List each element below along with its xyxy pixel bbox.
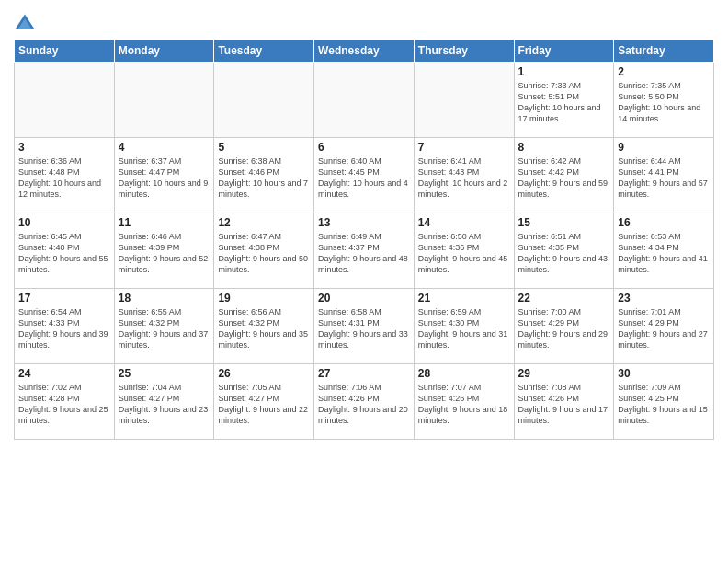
day-number: 18 bbox=[119, 292, 210, 304]
day-number: 20 bbox=[318, 292, 410, 304]
day-number: 1 bbox=[518, 65, 610, 78]
day-info: Sunrise: 6:51 AM Sunset: 4:35 PM Dayligh… bbox=[518, 231, 610, 276]
day-cell bbox=[414, 63, 514, 138]
day-info: Sunrise: 7:01 AM Sunset: 4:29 PM Dayligh… bbox=[618, 306, 710, 351]
day-number: 25 bbox=[119, 367, 210, 380]
day-cell: 16Sunrise: 6:53 AM Sunset: 4:34 PM Dayli… bbox=[614, 213, 714, 289]
day-info: Sunrise: 6:50 AM Sunset: 4:36 PM Dayligh… bbox=[418, 231, 510, 276]
day-info: Sunrise: 6:47 AM Sunset: 4:38 PM Dayligh… bbox=[218, 231, 310, 276]
day-cell: 25Sunrise: 7:04 AM Sunset: 4:27 PM Dayli… bbox=[114, 364, 214, 440]
day-cell bbox=[15, 63, 115, 138]
day-cell: 9Sunrise: 6:44 AM Sunset: 4:41 PM Daylig… bbox=[614, 138, 714, 213]
week-row-2: 3Sunrise: 6:36 AM Sunset: 4:48 PM Daylig… bbox=[15, 138, 714, 213]
day-cell: 14Sunrise: 6:50 AM Sunset: 4:36 PM Dayli… bbox=[414, 213, 514, 289]
col-header-wednesday: Wednesday bbox=[314, 40, 415, 63]
day-number: 7 bbox=[418, 141, 510, 154]
day-number: 21 bbox=[418, 292, 510, 304]
week-row-3: 10Sunrise: 6:45 AM Sunset: 4:40 PM Dayli… bbox=[15, 213, 714, 289]
day-info: Sunrise: 7:35 AM Sunset: 5:50 PM Dayligh… bbox=[618, 80, 710, 125]
day-cell: 3Sunrise: 6:36 AM Sunset: 4:48 PM Daylig… bbox=[15, 138, 115, 213]
day-cell bbox=[314, 63, 415, 138]
day-number: 29 bbox=[518, 367, 610, 380]
day-info: Sunrise: 6:46 AM Sunset: 4:39 PM Dayligh… bbox=[119, 231, 210, 276]
day-cell: 11Sunrise: 6:46 AM Sunset: 4:39 PM Dayli… bbox=[114, 213, 214, 289]
day-cell: 4Sunrise: 6:37 AM Sunset: 4:47 PM Daylig… bbox=[114, 138, 214, 213]
day-cell: 23Sunrise: 7:01 AM Sunset: 4:29 PM Dayli… bbox=[614, 289, 714, 364]
day-number: 6 bbox=[318, 141, 410, 154]
day-info: Sunrise: 7:33 AM Sunset: 5:51 PM Dayligh… bbox=[518, 80, 610, 125]
day-cell: 17Sunrise: 6:54 AM Sunset: 4:33 PM Dayli… bbox=[15, 289, 115, 364]
day-cell bbox=[214, 63, 314, 138]
day-number: 23 bbox=[618, 292, 710, 304]
day-info: Sunrise: 6:42 AM Sunset: 4:42 PM Dayligh… bbox=[518, 155, 610, 201]
day-number: 19 bbox=[218, 292, 310, 304]
day-number: 11 bbox=[119, 216, 210, 229]
day-cell: 1Sunrise: 7:33 AM Sunset: 5:51 PM Daylig… bbox=[514, 63, 614, 138]
day-info: Sunrise: 7:00 AM Sunset: 4:29 PM Dayligh… bbox=[518, 306, 610, 351]
day-number: 28 bbox=[418, 367, 510, 380]
logo-icon bbox=[14, 13, 36, 35]
day-cell: 7Sunrise: 6:41 AM Sunset: 4:43 PM Daylig… bbox=[414, 138, 514, 213]
col-header-tuesday: Tuesday bbox=[214, 40, 314, 63]
header-row: SundayMondayTuesdayWednesdayThursdayFrid… bbox=[15, 40, 714, 63]
day-info: Sunrise: 6:49 AM Sunset: 4:37 PM Dayligh… bbox=[318, 231, 410, 276]
day-cell: 13Sunrise: 6:49 AM Sunset: 4:37 PM Dayli… bbox=[314, 213, 415, 289]
day-info: Sunrise: 7:06 AM Sunset: 4:26 PM Dayligh… bbox=[318, 382, 410, 427]
day-info: Sunrise: 6:56 AM Sunset: 4:32 PM Dayligh… bbox=[218, 306, 310, 351]
day-info: Sunrise: 6:40 AM Sunset: 4:45 PM Dayligh… bbox=[318, 155, 410, 201]
day-cell: 5Sunrise: 6:38 AM Sunset: 4:46 PM Daylig… bbox=[214, 138, 314, 213]
day-number: 10 bbox=[18, 216, 110, 229]
day-info: Sunrise: 6:36 AM Sunset: 4:48 PM Dayligh… bbox=[18, 155, 110, 201]
day-cell: 8Sunrise: 6:42 AM Sunset: 4:42 PM Daylig… bbox=[514, 138, 614, 213]
day-cell: 29Sunrise: 7:08 AM Sunset: 4:26 PM Dayli… bbox=[514, 364, 614, 440]
day-info: Sunrise: 7:02 AM Sunset: 4:28 PM Dayligh… bbox=[18, 382, 110, 427]
day-info: Sunrise: 7:07 AM Sunset: 4:26 PM Dayligh… bbox=[418, 382, 510, 427]
day-number: 13 bbox=[318, 216, 410, 229]
day-number: 24 bbox=[18, 367, 110, 380]
day-number: 15 bbox=[518, 216, 610, 229]
day-info: Sunrise: 6:54 AM Sunset: 4:33 PM Dayligh… bbox=[18, 306, 110, 351]
day-number: 14 bbox=[418, 216, 510, 229]
day-cell: 15Sunrise: 6:51 AM Sunset: 4:35 PM Dayli… bbox=[514, 213, 614, 289]
day-cell: 2Sunrise: 7:35 AM Sunset: 5:50 PM Daylig… bbox=[614, 63, 714, 138]
page-container: SundayMondayTuesdayWednesdayThursdayFrid… bbox=[0, 0, 728, 444]
day-cell: 21Sunrise: 6:59 AM Sunset: 4:30 PM Dayli… bbox=[414, 289, 514, 364]
day-info: Sunrise: 6:37 AM Sunset: 4:47 PM Dayligh… bbox=[119, 155, 210, 201]
day-cell: 19Sunrise: 6:56 AM Sunset: 4:32 PM Dayli… bbox=[214, 289, 314, 364]
day-info: Sunrise: 6:58 AM Sunset: 4:31 PM Dayligh… bbox=[318, 306, 410, 351]
week-row-4: 17Sunrise: 6:54 AM Sunset: 4:33 PM Dayli… bbox=[15, 289, 714, 364]
day-number: 2 bbox=[618, 65, 710, 78]
day-cell: 10Sunrise: 6:45 AM Sunset: 4:40 PM Dayli… bbox=[15, 213, 115, 289]
col-header-sunday: Sunday bbox=[15, 40, 115, 63]
day-info: Sunrise: 6:53 AM Sunset: 4:34 PM Dayligh… bbox=[618, 231, 710, 276]
day-number: 4 bbox=[119, 141, 210, 154]
day-cell: 18Sunrise: 6:55 AM Sunset: 4:32 PM Dayli… bbox=[114, 289, 214, 364]
day-info: Sunrise: 6:38 AM Sunset: 4:46 PM Dayligh… bbox=[218, 155, 310, 201]
day-number: 17 bbox=[18, 292, 110, 304]
day-cell: 28Sunrise: 7:07 AM Sunset: 4:26 PM Dayli… bbox=[414, 364, 514, 440]
day-cell: 26Sunrise: 7:05 AM Sunset: 4:27 PM Dayli… bbox=[214, 364, 314, 440]
day-number: 8 bbox=[518, 141, 610, 154]
logo bbox=[14, 13, 40, 35]
week-row-5: 24Sunrise: 7:02 AM Sunset: 4:28 PM Dayli… bbox=[15, 364, 714, 440]
day-cell: 27Sunrise: 7:06 AM Sunset: 4:26 PM Dayli… bbox=[314, 364, 415, 440]
day-info: Sunrise: 7:05 AM Sunset: 4:27 PM Dayligh… bbox=[218, 382, 310, 427]
day-number: 16 bbox=[618, 216, 710, 229]
calendar-table: SundayMondayTuesdayWednesdayThursdayFrid… bbox=[14, 39, 714, 440]
day-cell: 30Sunrise: 7:09 AM Sunset: 4:25 PM Dayli… bbox=[614, 364, 714, 440]
day-number: 3 bbox=[18, 141, 110, 154]
day-cell: 22Sunrise: 7:00 AM Sunset: 4:29 PM Dayli… bbox=[514, 289, 614, 364]
week-row-1: 1Sunrise: 7:33 AM Sunset: 5:51 PM Daylig… bbox=[15, 63, 714, 138]
day-number: 22 bbox=[518, 292, 610, 304]
col-header-thursday: Thursday bbox=[414, 40, 514, 63]
day-cell: 6Sunrise: 6:40 AM Sunset: 4:45 PM Daylig… bbox=[314, 138, 415, 213]
day-number: 27 bbox=[318, 367, 410, 380]
day-info: Sunrise: 6:44 AM Sunset: 4:41 PM Dayligh… bbox=[618, 155, 710, 201]
day-number: 30 bbox=[618, 367, 710, 380]
day-info: Sunrise: 7:09 AM Sunset: 4:25 PM Dayligh… bbox=[618, 382, 710, 427]
day-cell bbox=[114, 63, 214, 138]
day-cell: 20Sunrise: 6:58 AM Sunset: 4:31 PM Dayli… bbox=[314, 289, 415, 364]
page-header bbox=[14, 9, 714, 35]
day-number: 5 bbox=[218, 141, 310, 154]
day-info: Sunrise: 7:04 AM Sunset: 4:27 PM Dayligh… bbox=[119, 382, 210, 427]
